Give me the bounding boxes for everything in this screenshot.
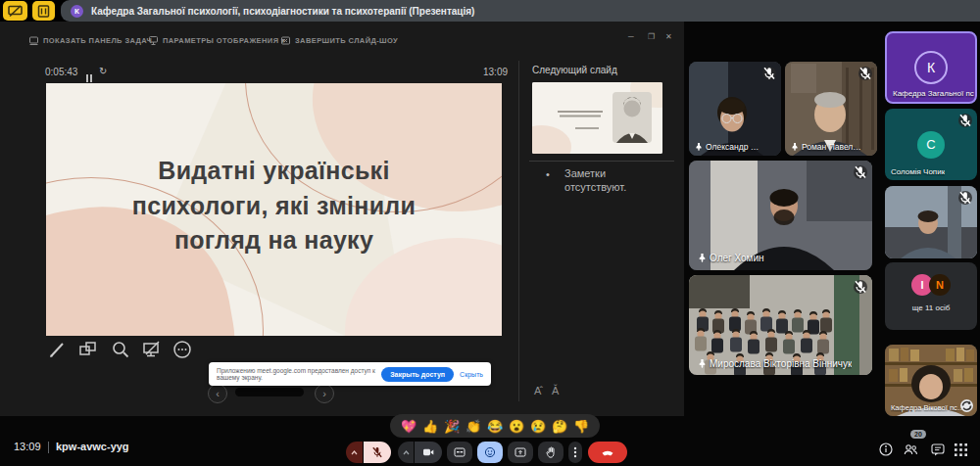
reaction-laugh[interactable]: 😂: [487, 419, 503, 434]
restore-button[interactable]: ❐: [648, 32, 655, 41]
participant-tile-unnamed[interactable]: [885, 186, 977, 258]
tab-title: Кафедра Загальної психології, психодіагн…: [91, 6, 474, 17]
camera-icon: [422, 446, 434, 458]
minimize-button[interactable]: ─: [628, 32, 634, 41]
participant-tile-oleksandr[interactable]: Олександр …: [689, 62, 781, 156]
mic-button-muted[interactable]: [364, 442, 391, 463]
pin-icon: [698, 254, 707, 262]
camera-options-chevron[interactable]: [398, 442, 414, 463]
reaction-heart[interactable]: 💖: [401, 419, 416, 434]
end-slideshow-button[interactable]: ЗАВЕРШИТЬ СЛАЙД-ШОУ: [281, 36, 398, 45]
participant-name: Олег Хомин: [710, 253, 764, 263]
mic-muted-icon: [958, 114, 972, 127]
meeting-details-button[interactable]: [879, 443, 893, 460]
reactions-bar: 💖 👍 🎉 👏 😂 😮 😢 🤔 👎: [390, 414, 600, 438]
participant-name: Мирослава Вікторівна Вінничук: [710, 358, 852, 369]
pen-tool-icon[interactable]: [48, 340, 68, 363]
meeting-code: kpw-avwc-yyg: [56, 441, 129, 452]
black-screen-icon[interactable]: [142, 340, 162, 363]
participant-name: Олександр …: [706, 142, 759, 152]
restart-timer-button[interactable]: ↻: [99, 66, 107, 76]
tab-avatar: К: [71, 5, 83, 18]
participant-tile-kafedra-vikovoi[interactable]: Кафедра Вікової пс…: [885, 345, 977, 416]
end-call-button[interactable]: [588, 442, 627, 463]
mic-muted-icon: [858, 67, 872, 80]
participant-tile-solomiia[interactable]: С Соломія Чопик: [885, 109, 977, 180]
participant-name: Кафедра Вікової пс…: [891, 403, 964, 412]
people-icon: [904, 443, 918, 456]
app-icon[interactable]: [32, 1, 55, 21]
screen-share-banner: Приложению meet.google.com предоставлен …: [209, 362, 491, 386]
people-button[interactable]: [904, 443, 918, 460]
mic-off-icon: [371, 446, 383, 458]
hand-icon: [546, 446, 557, 458]
next-slide-preview[interactable]: [532, 82, 662, 154]
hide-banner-link[interactable]: Скрыть: [460, 371, 483, 378]
pin-icon: [791, 143, 799, 151]
close-button[interactable]: ✕: [665, 32, 672, 41]
presenter-clock: 13:09: [483, 67, 508, 77]
stop-sharing-button[interactable]: Закрыть доступ: [381, 367, 454, 382]
reactions-button-active[interactable]: [477, 442, 503, 463]
reaction-clap[interactable]: 👏: [466, 419, 481, 434]
clock: 13:09: [14, 441, 41, 452]
previous-slide-button[interactable]: ‹: [208, 384, 227, 403]
effects-icon[interactable]: [960, 399, 973, 412]
camera-button[interactable]: [415, 442, 442, 463]
avatar: С: [917, 131, 945, 159]
mic-muted-icon: [762, 67, 776, 80]
next-slide-header: Следующий слайд: [532, 65, 617, 75]
kebab-icon: [573, 446, 577, 458]
zoom-slide-icon[interactable]: [111, 340, 130, 363]
mic-options-chevron[interactable]: [346, 442, 363, 463]
captions-button[interactable]: [447, 442, 472, 463]
participant-name: Кафедра Загальної пси…: [893, 89, 974, 98]
reaction-thinking[interactable]: 🤔: [552, 419, 567, 434]
chat-button[interactable]: [931, 443, 945, 460]
display-options-button[interactable]: ПАРАМЕТРЫ ОТОБРАЖЕНИЯ ▾: [149, 36, 285, 45]
raise-hand-button[interactable]: [538, 442, 564, 463]
notes-font-decrease-button[interactable]: А̌: [552, 385, 559, 396]
participant-tile-roman[interactable]: Роман Павел…: [785, 62, 877, 156]
end-call-icon: [601, 446, 614, 458]
chat-icon: [931, 443, 945, 456]
info-icon: [879, 443, 893, 456]
reaction-surprised[interactable]: 😮: [509, 419, 524, 434]
browser-tab[interactable]: К Кафедра Загальної психології, психодіа…: [61, 0, 980, 22]
present-icon: [514, 446, 526, 458]
notes-font-increase-button[interactable]: А̂: [534, 385, 541, 396]
mic-muted-icon: [854, 165, 867, 179]
activities-button[interactable]: [955, 443, 967, 460]
browser-tab-bar: К Кафедра Загальної психології, психодіа…: [0, 0, 980, 22]
show-taskbar-label: ПОКАЗАТЬ ПАНЕЛЬ ЗАДАЧ: [43, 36, 152, 45]
present-button[interactable]: [508, 442, 533, 463]
see-all-slides-icon[interactable]: [78, 340, 98, 363]
avatar: К: [914, 51, 948, 84]
participant-tile-myroslava-classroom[interactable]: Мирослава Вікторівна Вінничук: [689, 275, 872, 375]
more-participants-tile[interactable]: І N ще 11 осіб: [885, 262, 977, 330]
reaction-thumbs-up[interactable]: 👍: [422, 419, 438, 434]
current-slide: Видатні українські психологи, які змінил…: [46, 83, 502, 336]
show-taskbar-button[interactable]: ПОКАЗАТЬ ПАНЕЛЬ ЗАДАЧ: [29, 36, 152, 45]
screen: К Кафедра Загальної психології, психодіа…: [0, 0, 980, 466]
participant-count-badge: 20: [910, 430, 926, 439]
notes-text: Заметки отсутствуют.: [564, 166, 649, 195]
divider: [48, 442, 49, 453]
end-slideshow-label: ЗАВЕРШИТЬ СЛАЙД-ШОУ: [295, 36, 398, 45]
reaction-thumbs-down[interactable]: 👎: [573, 419, 589, 434]
participant-tile-oleh[interactable]: Олег Хомин: [689, 161, 872, 270]
reaction-party[interactable]: 🎉: [444, 419, 460, 434]
reaction-sad[interactable]: 😢: [530, 419, 546, 434]
participant-tile-kafedra-zahalnoi[interactable]: К Кафедра Загальної пси…: [885, 31, 977, 104]
share-banner-message: Приложению meet.google.com предоставлен …: [217, 367, 375, 381]
more-options-icon[interactable]: [172, 340, 192, 363]
panel-divider: [518, 61, 519, 401]
more-options-button[interactable]: [568, 442, 582, 463]
mic-muted-icon: [958, 191, 972, 205]
screencast-warning-icon[interactable]: [3, 1, 27, 21]
next-slide-button[interactable]: ›: [315, 384, 334, 403]
notes-bullet: •: [546, 167, 550, 181]
elapsed-timer: 0:05:43: [45, 67, 77, 77]
notes-divider: [529, 161, 674, 162]
participant-name: Соломія Чопик: [891, 167, 945, 176]
